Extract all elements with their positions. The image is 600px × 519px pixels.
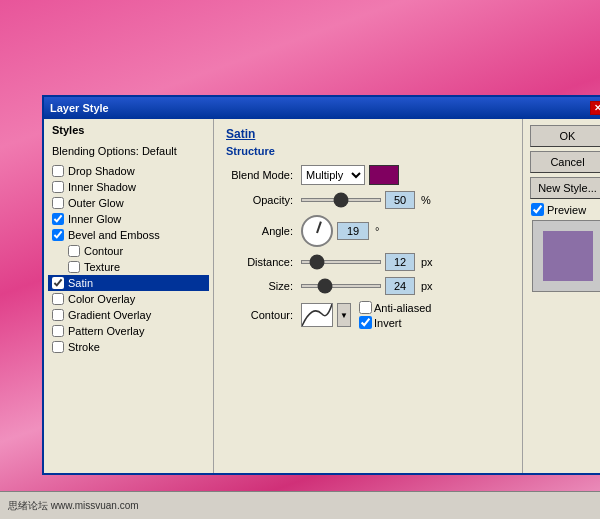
- opacity-label: Opacity:: [226, 194, 301, 206]
- style-item-inner-glow[interactable]: Inner Glow: [48, 211, 209, 227]
- contour-thumbnail[interactable]: [301, 303, 333, 327]
- contour-dropdown-button[interactable]: ▼: [337, 303, 351, 327]
- satin-checkbox[interactable]: [52, 277, 64, 289]
- contour-row: Contour: ▼ Anti-aliased: [226, 301, 510, 329]
- bottom-bar-text: 思绪论坛 www.missvuan.com: [8, 499, 139, 513]
- size-label: Size:: [226, 280, 301, 292]
- size-slider[interactable]: [301, 284, 381, 288]
- dialog-body: Styles Blending Options: Default Drop Sh…: [44, 119, 600, 473]
- style-item-outer-glow[interactable]: Outer Glow: [48, 195, 209, 211]
- style-item-bevel-emboss[interactable]: Bevel and Emboss: [48, 227, 209, 243]
- angle-row: Angle: 19 °: [226, 215, 510, 247]
- right-panel: OK Cancel New Style... Preview: [522, 119, 600, 473]
- gradient-overlay-checkbox[interactable]: [52, 309, 64, 321]
- layer-style-dialog: Layer Style ✕ Styles Blending Options: D…: [42, 95, 600, 475]
- style-item-texture[interactable]: Texture: [48, 259, 209, 275]
- preview-label: Preview: [547, 204, 586, 216]
- blending-options-label[interactable]: Blending Options: Default: [48, 143, 209, 159]
- styles-panel: Styles Blending Options: Default Drop Sh…: [44, 119, 214, 473]
- preview-label-row: Preview: [529, 203, 586, 216]
- style-item-pattern-overlay[interactable]: Pattern Overlay: [48, 323, 209, 339]
- outer-glow-checkbox[interactable]: [52, 197, 64, 209]
- pattern-overlay-checkbox[interactable]: [52, 325, 64, 337]
- distance-row: Distance: 12 px: [226, 253, 510, 271]
- size-row: Size: 24 px: [226, 277, 510, 295]
- opacity-unit: %: [421, 194, 431, 206]
- opacity-row: Opacity: 50 %: [226, 191, 510, 209]
- invert-checkbox[interactable]: [359, 316, 372, 329]
- anti-aliased-label: Anti-aliased: [374, 302, 431, 314]
- preview-inner: [543, 231, 593, 281]
- new-style-button[interactable]: New Style...: [530, 177, 601, 199]
- texture-checkbox[interactable]: [68, 261, 80, 273]
- structure-subtitle: Structure: [226, 145, 510, 157]
- blend-mode-row: Blend Mode: Multiply Normal Dissolve Scr…: [226, 165, 510, 185]
- style-item-satin[interactable]: Satin: [48, 275, 209, 291]
- size-unit: px: [421, 280, 433, 292]
- style-item-stroke[interactable]: Stroke: [48, 339, 209, 355]
- styles-panel-header: Styles: [48, 123, 209, 137]
- style-item-inner-shadow[interactable]: Inner Shadow: [48, 179, 209, 195]
- inner-shadow-checkbox[interactable]: [52, 181, 64, 193]
- ok-button[interactable]: OK: [530, 125, 601, 147]
- bevel-emboss-checkbox[interactable]: [52, 229, 64, 241]
- distance-input[interactable]: 12: [385, 253, 415, 271]
- dialog-title: Layer Style: [50, 102, 109, 114]
- blend-mode-control: Multiply Normal Dissolve Screen Overlay: [301, 165, 399, 185]
- blend-color-swatch[interactable]: [369, 165, 399, 185]
- style-item-gradient-overlay[interactable]: Gradient Overlay: [48, 307, 209, 323]
- satin-section-title: Satin: [226, 127, 510, 141]
- contour-control: ▼ Anti-aliased Invert: [301, 301, 431, 329]
- angle-control: 19 °: [301, 215, 379, 247]
- distance-label: Distance:: [226, 256, 301, 268]
- anti-aliased-row: Anti-aliased: [359, 301, 431, 314]
- invert-row: Invert: [359, 316, 431, 329]
- blend-mode-label: Blend Mode:: [226, 169, 301, 181]
- stroke-checkbox[interactable]: [52, 341, 64, 353]
- opacity-slider-container: [301, 198, 381, 202]
- color-overlay-checkbox[interactable]: [52, 293, 64, 305]
- inner-glow-checkbox[interactable]: [52, 213, 64, 225]
- preview-box: [532, 220, 601, 292]
- distance-control: 12 px: [301, 253, 433, 271]
- size-input[interactable]: 24: [385, 277, 415, 295]
- angle-input[interactable]: 19: [337, 222, 369, 240]
- cancel-button[interactable]: Cancel: [530, 151, 601, 173]
- distance-slider-container: [301, 260, 381, 264]
- blend-mode-select[interactable]: Multiply Normal Dissolve Screen Overlay: [301, 165, 365, 185]
- invert-label: Invert: [374, 317, 402, 329]
- preview-checkbox[interactable]: [531, 203, 544, 216]
- angle-label: Angle:: [226, 225, 301, 237]
- bottom-bar: 思绪论坛 www.missvuan.com: [0, 491, 600, 519]
- opacity-control: 50 %: [301, 191, 431, 209]
- contour-checkbox[interactable]: [68, 245, 80, 257]
- distance-unit: px: [421, 256, 433, 268]
- dialog-titlebar: Layer Style ✕: [44, 97, 600, 119]
- distance-slider[interactable]: [301, 260, 381, 264]
- angle-unit: °: [375, 225, 379, 237]
- contour-label: Contour:: [226, 309, 301, 321]
- style-item-color-overlay[interactable]: Color Overlay: [48, 291, 209, 307]
- dialog-close-button[interactable]: ✕: [590, 101, 600, 115]
- opacity-slider[interactable]: [301, 198, 381, 202]
- anti-aliased-checkbox[interactable]: [359, 301, 372, 314]
- style-item-drop-shadow[interactable]: Drop Shadow: [48, 163, 209, 179]
- style-item-contour[interactable]: Contour: [48, 243, 209, 259]
- opacity-input[interactable]: 50: [385, 191, 415, 209]
- satin-settings-panel: Satin Structure Blend Mode: Multiply Nor…: [214, 119, 522, 473]
- size-control: 24 px: [301, 277, 433, 295]
- size-slider-container: [301, 284, 381, 288]
- angle-dial[interactable]: [301, 215, 333, 247]
- drop-shadow-checkbox[interactable]: [52, 165, 64, 177]
